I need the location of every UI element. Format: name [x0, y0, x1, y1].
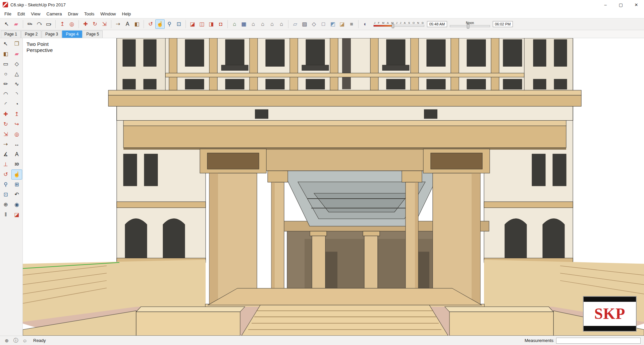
pan-tool-button[interactable]: ☝: [155, 19, 165, 29]
rectangle-tool-button[interactable]: ▭: [0, 59, 11, 69]
minimize-button[interactable]: –: [598, 0, 613, 9]
three-d-text-tool-button[interactable]: 3D: [11, 159, 22, 169]
shadow-date-slider-thumb[interactable]: [392, 24, 394, 28]
scale-tool-button[interactable]: ⇲: [0, 129, 11, 139]
3d-model-canvas[interactable]: [23, 38, 644, 336]
menu-help[interactable]: Help: [119, 10, 134, 18]
rotate-tool-button[interactable]: ↻: [90, 19, 100, 29]
tape-measure-tool-button[interactable]: ⇢: [113, 19, 123, 29]
offset-tool-button[interactable]: ◎: [11, 129, 22, 139]
text-tool-button[interactable]: A: [11, 149, 22, 159]
view-top-tool-button[interactable]: ▦: [239, 19, 249, 29]
paint-bucket-tool-button[interactable]: ◧: [0, 49, 11, 59]
shapes-dropdown-arrow[interactable]: ▾: [50, 23, 51, 26]
shadow-time-slider-thumb[interactable]: [467, 24, 469, 28]
view-back-tool-button[interactable]: ⌂: [267, 19, 277, 29]
push-pull-tool-button[interactable]: ↥: [11, 109, 22, 119]
orbit-tool-button[interactable]: ↺: [146, 19, 155, 29]
tab-page-1[interactable]: Page 1: [1, 30, 21, 38]
tab-page-4[interactable]: Page 4: [62, 30, 82, 38]
tab-page-5[interactable]: Page 5: [83, 30, 103, 38]
arc-tool-button[interactable]: ◠▾: [35, 19, 44, 29]
eraser-tool-button[interactable]: ▰: [11, 19, 21, 29]
paint-bucket-tool-button[interactable]: ◧: [132, 19, 142, 29]
line-tool-button[interactable]: ✏▾: [25, 19, 35, 29]
push-pull-tool-button[interactable]: ↥: [58, 19, 67, 29]
move-tool-button[interactable]: ✚: [81, 19, 90, 29]
shadow-time-start-field[interactable]: 05:48 AM: [427, 21, 447, 27]
tab-page-3[interactable]: Page 3: [42, 30, 62, 38]
display-section-fill-tool-button[interactable]: ◘: [216, 19, 225, 29]
two-point-arc-tool-button[interactable]: ◝: [11, 89, 22, 99]
three-point-arc-tool-button[interactable]: ◜: [0, 99, 11, 109]
model-viewport[interactable]: Two Point Perspective: [23, 38, 644, 336]
geolocation-icon[interactable]: ⊕: [3, 337, 10, 344]
orbit-tool-button[interactable]: ↺: [0, 169, 11, 180]
menu-view[interactable]: View: [28, 10, 43, 18]
select-tool-button[interactable]: ↖: [2, 19, 11, 29]
follow-me-tool-button[interactable]: ↪: [11, 119, 22, 129]
view-front-tool-button[interactable]: ⌂: [249, 19, 258, 29]
polygon-tool-button[interactable]: △: [11, 69, 22, 79]
view-iso-tool-button[interactable]: ⌂: [230, 19, 239, 29]
look-around-tool-button[interactable]: ◉: [11, 200, 22, 210]
menu-camera[interactable]: Camera: [43, 10, 65, 18]
eraser-tool-button[interactable]: ▰: [11, 49, 22, 59]
style-wireframe-tool-button[interactable]: ◇: [309, 19, 319, 29]
previous-tool-button[interactable]: ↶: [11, 190, 22, 200]
text-tool-button[interactable]: A: [123, 19, 132, 29]
style-shaded-with-textures-tool-button[interactable]: ◪: [337, 19, 347, 29]
move-tool-button[interactable]: ✚: [0, 109, 11, 119]
arc-dropdown-arrow[interactable]: ▾: [40, 23, 42, 26]
measurements-input[interactable]: [556, 338, 641, 344]
position-camera-tool-button[interactable]: ⊕: [0, 200, 11, 210]
pie-tool-button[interactable]: ◔: [11, 99, 22, 109]
view-right-tool-button[interactable]: ⌂: [258, 19, 267, 29]
rotated-rectangle-tool-button[interactable]: ◇: [11, 59, 22, 69]
maximize-button[interactable]: ▢: [613, 0, 629, 9]
shadow-date-slider[interactable]: JFMAMJJASOND: [373, 21, 424, 27]
shadow-time-slider[interactable]: Noon: [450, 21, 490, 27]
zoom-window-tool-button[interactable]: ⊞: [11, 180, 22, 190]
menu-file[interactable]: File: [1, 10, 14, 18]
menu-window[interactable]: Window: [97, 10, 119, 18]
zoom-extents-tool-button[interactable]: ⊡: [0, 190, 11, 200]
style-xray-tool-button[interactable]: ▱: [290, 19, 300, 29]
line-tool-button[interactable]: ✏: [0, 79, 11, 89]
style-hidden-line-tool-button[interactable]: □: [319, 19, 328, 29]
display-section-planes-tool-button[interactable]: ◫: [197, 19, 207, 29]
rotate-tool-button[interactable]: ↻: [0, 119, 11, 129]
line-dropdown-arrow[interactable]: ▾: [31, 23, 32, 26]
arc-tool-button[interactable]: ◠: [0, 89, 11, 99]
display-section-cuts-tool-button[interactable]: ◨: [207, 19, 216, 29]
axes-tool-button[interactable]: ⊥: [0, 159, 11, 169]
protractor-tool-button[interactable]: ∡: [0, 149, 11, 159]
walk-tool-button[interactable]: ‖: [0, 210, 11, 220]
section-plane-tool-button[interactable]: ◪: [11, 210, 22, 220]
zoom-extents-tool-button[interactable]: ⊡: [174, 19, 183, 29]
tab-page-2[interactable]: Page 2: [21, 30, 41, 38]
sign-in-icon[interactable]: ☺: [21, 337, 28, 344]
view-left-tool-button[interactable]: ⌂: [277, 19, 286, 29]
dimension-tool-button[interactable]: ↔: [11, 139, 22, 149]
zoom-tool-button[interactable]: ⚲: [165, 19, 174, 29]
zoom-tool-button[interactable]: ⚲: [0, 180, 11, 190]
freehand-tool-button[interactable]: ∿: [11, 79, 22, 89]
credits-icon[interactable]: ⓘ: [12, 337, 19, 344]
menu-edit[interactable]: Edit: [14, 10, 28, 18]
shapes-tool-button[interactable]: ▭▾: [44, 19, 53, 29]
make-component-tool-button[interactable]: ❐: [11, 39, 22, 49]
offset-tool-button[interactable]: ◎: [67, 19, 76, 29]
style-shaded-tool-button[interactable]: ◩: [328, 19, 337, 29]
menu-draw[interactable]: Draw: [65, 10, 81, 18]
close-button[interactable]: ✕: [629, 0, 644, 9]
pan-tool-button[interactable]: ☝: [11, 169, 22, 180]
style-monochrome-tool-button[interactable]: ■: [347, 19, 356, 29]
menu-tools[interactable]: Tools: [81, 10, 97, 18]
style-back-edges-tool-button[interactable]: ▨: [300, 19, 309, 29]
section-plane-tool-button[interactable]: ◪: [188, 19, 197, 29]
shadows-toggle-tool-button[interactable]: ◐: [361, 19, 370, 29]
shadow-time-end-field[interactable]: 06:02 PM: [493, 21, 513, 27]
circle-tool-button[interactable]: ○: [0, 69, 11, 79]
tape-measure-tool-button[interactable]: ⇢: [0, 139, 11, 149]
